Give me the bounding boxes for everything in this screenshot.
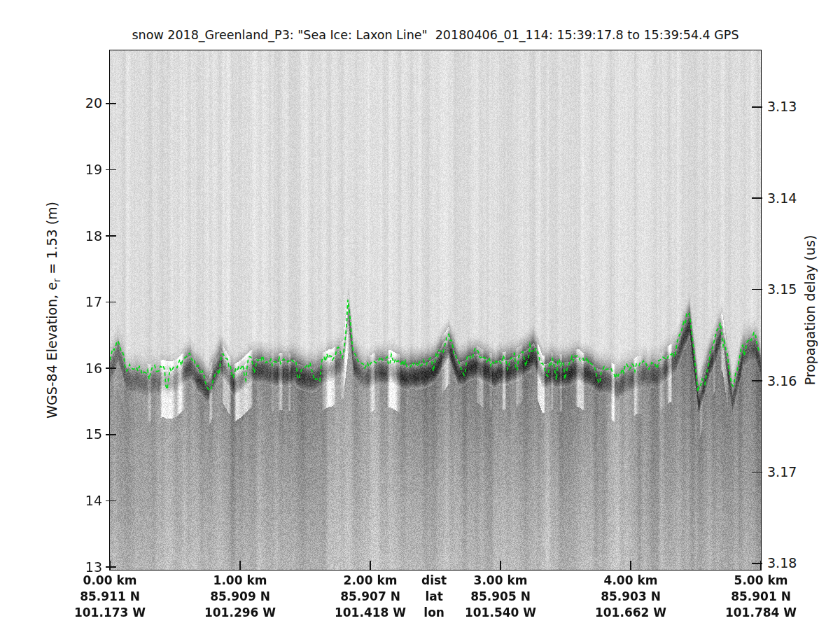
elevation-tick-label: 16 bbox=[70, 362, 102, 375]
elevation-tick-label: 17 bbox=[70, 295, 102, 309]
distance-tick-mark bbox=[630, 561, 631, 570]
elevation-tick-label: 18 bbox=[70, 230, 102, 243]
elevation-tick-label: 13 bbox=[70, 561, 102, 574]
radar-echogram-figure: snow 2018_Greenland_P3: "Sea Ice: Laxon … bbox=[0, 0, 840, 630]
elevation-tick-mark bbox=[106, 434, 116, 435]
distance-tick-mark bbox=[500, 561, 501, 570]
elevation-tick-mark bbox=[106, 566, 116, 568]
distance-tick-lon: 101.662 W bbox=[571, 606, 690, 620]
distance-tick-km: 4.00 km bbox=[571, 573, 690, 588]
elevation-tick-label: 14 bbox=[70, 494, 102, 507]
elevation-tick-label: 19 bbox=[70, 163, 102, 176]
distance-tick-km: 0.00 km bbox=[50, 573, 169, 588]
distance-tick-lat: 85.909 N bbox=[181, 589, 300, 604]
distance-tick-lon: 101.173 W bbox=[50, 606, 169, 620]
distance-tick-lat: 85.903 N bbox=[571, 589, 690, 604]
delay-tick-mark bbox=[752, 197, 762, 199]
elevation-tick-mark bbox=[106, 500, 116, 502]
delay-tick-label: 3.18 bbox=[767, 556, 812, 570]
distance-tick-lat: 85.901 N bbox=[701, 589, 820, 604]
x-axis-row-header-lon: lon bbox=[406, 606, 462, 620]
elevation-tick-label: 20 bbox=[70, 97, 102, 110]
distance-tick-km: 5.00 km bbox=[701, 573, 820, 588]
delay-tick-label: 3.17 bbox=[767, 465, 812, 479]
echogram-canvas bbox=[110, 50, 761, 570]
delay-tick-label: 3.15 bbox=[767, 283, 812, 296]
distance-tick-lat: 85.911 N bbox=[50, 589, 169, 604]
delay-tick-label: 3.14 bbox=[767, 192, 812, 205]
elevation-tick-mark bbox=[106, 103, 116, 104]
distance-tick-mark bbox=[370, 561, 371, 570]
distance-tick-mark bbox=[239, 561, 241, 570]
distance-tick-mark bbox=[760, 561, 762, 570]
elevation-tick-mark bbox=[106, 235, 116, 237]
x-axis-row-header-lat: lat bbox=[406, 589, 462, 604]
elevation-tick-mark bbox=[106, 302, 116, 303]
figure-title: snow 2018_Greenland_P3: "Sea Ice: Laxon … bbox=[110, 28, 761, 42]
elevation-tick-mark bbox=[106, 368, 116, 369]
elevation-tick-label: 15 bbox=[70, 428, 102, 441]
distance-tick-lon: 101.784 W bbox=[701, 606, 820, 620]
distance-tick-km: 1.00 km bbox=[181, 573, 300, 588]
x-axis-row-header-dist: dist bbox=[406, 573, 462, 588]
elevation-tick-mark bbox=[106, 169, 116, 171]
delay-tick-label: 3.16 bbox=[767, 374, 812, 388]
delay-tick-mark bbox=[752, 106, 762, 108]
propagation-delay-axis-label: Propagation delay (us) bbox=[794, 50, 826, 570]
delay-tick-mark bbox=[752, 289, 762, 290]
delay-tick-label: 3.13 bbox=[767, 100, 812, 113]
delay-tick-mark bbox=[752, 472, 762, 473]
distance-tick-lon: 101.296 W bbox=[181, 606, 300, 620]
distance-tick-mark bbox=[109, 561, 111, 570]
delay-tick-mark bbox=[752, 380, 762, 382]
elevation-axis-label: WGS-84 Elevation, er = 1.53 (m) bbox=[39, 50, 67, 570]
